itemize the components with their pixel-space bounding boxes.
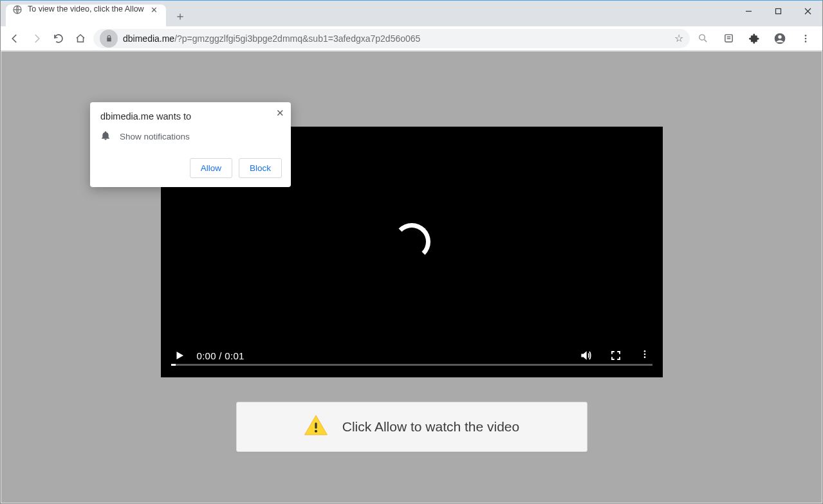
bookmark-star-icon[interactable]: ☆ — [674, 32, 683, 44]
svg-point-19 — [315, 430, 317, 433]
home-button[interactable] — [71, 30, 89, 48]
extensions-icon[interactable] — [745, 30, 763, 48]
video-progress-bar[interactable] — [171, 364, 652, 366]
back-button[interactable] — [6, 30, 24, 48]
page-content: 0:00 / 0:01 Click Allow to watch the vid… — [1, 51, 822, 503]
loading-spinner-icon — [393, 223, 430, 260]
close-icon[interactable]: ✕ — [276, 107, 284, 119]
url-path: /?p=gmzggzlfgi5gi3bpge2dmmq&sub1=3afedgx… — [174, 33, 420, 44]
close-tab-icon[interactable]: ✕ — [149, 4, 160, 15]
volume-icon[interactable] — [579, 349, 592, 362]
globe-icon — [12, 4, 23, 15]
lock-icon[interactable] — [100, 30, 118, 48]
svg-point-17 — [643, 356, 645, 358]
svg-point-12 — [805, 35, 807, 37]
play-icon[interactable] — [174, 350, 185, 361]
tab-strip: To view the video, click the Allow ✕ ＋ — [1, 1, 822, 26]
svg-point-16 — [643, 353, 645, 355]
permission-title: dbimedia.me wants to — [100, 111, 282, 122]
svg-point-15 — [643, 350, 645, 352]
url-text: dbimedia.me/?p=gmzggzlfgi5gi3bpge2dmmq&s… — [123, 33, 669, 44]
block-button[interactable]: Block — [239, 158, 282, 178]
svg-point-14 — [805, 40, 807, 42]
minimize-button[interactable] — [734, 1, 763, 21]
reload-button[interactable] — [50, 30, 68, 48]
permission-popup: ✕ dbimedia.me wants to Show notification… — [90, 102, 291, 187]
profile-icon[interactable] — [771, 30, 789, 48]
reader-icon[interactable] — [719, 30, 737, 48]
address-bar[interactable]: dbimedia.me/?p=gmzggzlfgi5gi3bpge2dmmq&s… — [93, 29, 690, 48]
allow-banner: Click Allow to watch the video — [236, 402, 587, 452]
fullscreen-icon[interactable] — [610, 350, 622, 361]
permission-item-label: Show notifications — [120, 132, 190, 141]
browser-toolbar: dbimedia.me/?p=gmzggzlfgi5gi3bpge2dmmq&s… — [1, 26, 822, 51]
banner-text: Click Allow to watch the video — [342, 419, 519, 435]
browser-tab[interactable]: To view the video, click the Allow ✕ — [6, 4, 166, 26]
bell-icon — [100, 130, 111, 143]
warning-icon — [304, 413, 328, 440]
tab-title: To view the video, click the Allow — [28, 4, 144, 26]
forward-button[interactable] — [28, 30, 46, 48]
zoom-icon[interactable] — [694, 30, 712, 48]
menu-icon[interactable] — [797, 30, 815, 48]
video-more-icon[interactable] — [640, 349, 650, 363]
svg-point-13 — [805, 37, 807, 39]
close-window-button[interactable] — [793, 1, 822, 21]
svg-point-11 — [778, 35, 781, 38]
url-domain: dbimedia.me — [123, 33, 174, 44]
window-controls — [734, 1, 822, 26]
video-controls: 0:00 / 0:01 — [161, 341, 663, 377]
maximize-button[interactable] — [763, 1, 793, 21]
toolbar-right — [694, 30, 817, 48]
svg-line-6 — [704, 40, 707, 42]
svg-rect-18 — [315, 422, 317, 429]
svg-point-5 — [699, 35, 705, 40]
video-time: 0:00 / 0:01 — [197, 350, 245, 361]
permission-item: Show notifications — [100, 130, 282, 143]
new-tab-button[interactable]: ＋ — [171, 7, 189, 25]
video-progress-inner — [171, 364, 176, 366]
allow-button[interactable]: Allow — [190, 158, 232, 178]
svg-rect-2 — [775, 8, 781, 14]
